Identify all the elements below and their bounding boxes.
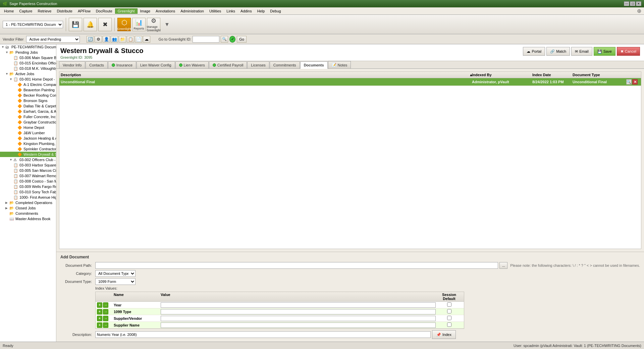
close-button[interactable]: ✕	[636, 1, 641, 6]
filter-icon-btn5[interactable]: 📋	[127, 36, 134, 43]
sidebar-item-graybar[interactable]: 🔶 Graybar Construction	[0, 119, 56, 125]
cancel-button[interactable]: ✖ Cancel	[617, 47, 640, 56]
idx-remove-btn[interactable]: →	[103, 302, 108, 308]
sidebar-item-03005[interactable]: 📋 03-005 San Marcos City Hall	[0, 168, 56, 173]
idx-value-1099type[interactable]	[161, 309, 436, 314]
idx-add-btn[interactable]: +	[97, 316, 102, 321]
filter-icon-btn4[interactable]: 📁	[119, 36, 126, 43]
minimize-button[interactable]: —	[624, 1, 629, 6]
sidebar-item-03001[interactable]: ▼ 📋 03-001 Home Depot - San M	[0, 77, 56, 82]
sidebar-item-03008[interactable]: 📋 03-008 Costco - San Marcos	[0, 179, 56, 184]
sidebar-item-kingston[interactable]: 🔶 Kingston Plumbing, Inc.	[0, 141, 56, 146]
idx-remove-btn[interactable]: →	[103, 322, 108, 328]
sidebar-item-a1electric[interactable]: 🔶 A-1 Electric Company	[0, 82, 56, 87]
sidebar-item-03010[interactable]: 📋 03-010 Sony Tech Fab Lab	[0, 189, 56, 195]
doc-delete-icon[interactable]: ✕	[632, 79, 638, 85]
idx-checkbox-supplier-vendor[interactable]	[447, 316, 451, 320]
menu-distribute[interactable]: Distribute	[54, 8, 75, 14]
docs-row[interactable]: Unconditional Final Administrator, pVaul…	[59, 78, 641, 86]
sidebar-item-03015[interactable]: 📋 03-015 Encinitas Office Park	[0, 60, 56, 66]
menu-greenlight[interactable]: Greenlight	[115, 8, 138, 14]
restore-button[interactable]: ◻	[630, 1, 635, 6]
sidebar-item-bronson[interactable]: 🔶 Bronson Signs	[0, 98, 56, 103]
sidebar-active-jobs[interactable]: ▼ 📂 Active Jobs	[0, 71, 56, 77]
match-button[interactable]: 🔗 Match	[546, 47, 570, 56]
idx-checkbox-supplier-name[interactable]	[447, 322, 451, 327]
goto-input[interactable]	[193, 36, 219, 43]
sidebar-item-becker[interactable]: 🔶 Becker Roofing Compan	[0, 93, 56, 98]
sidebar-master-address[interactable]: 📖 Master Address Book	[0, 216, 56, 221]
menu-debug[interactable]: Debug	[267, 8, 283, 14]
tab-commitments[interactable]: Commitments	[270, 61, 300, 68]
sidebar-item-sprinkler[interactable]: 🔶 Sprinkler Contractors	[0, 146, 56, 152]
sidebar-item-03002[interactable]: ▼ ⚠ 03-002 Officers Club - Camp	[0, 157, 56, 162]
tab-certified-payroll[interactable]: Certified Payroll	[209, 61, 247, 68]
menu-capture[interactable]: Capture	[16, 8, 35, 14]
email-button[interactable]: ✉ Email	[571, 47, 592, 56]
idx-checkbox-1099type[interactable]	[447, 309, 451, 313]
sidebar-item-03006[interactable]: 📋 03-006 Main Square Buildin	[0, 55, 56, 60]
description-input[interactable]	[95, 331, 431, 338]
idx-add-btn[interactable]: +	[97, 309, 102, 314]
reports-toolbar-button[interactable]: 📊 Reports	[132, 18, 146, 31]
category-select[interactable]: All Document Types Certified Payroll Ins…	[95, 270, 136, 277]
tab-contacts[interactable]: Contacts	[86, 61, 107, 68]
menu-links[interactable]: Links	[224, 8, 238, 14]
menu-utilities[interactable]: Utilities	[207, 8, 224, 14]
sidebar-item-western[interactable]: 🔶 Western Drywall & Stuc	[0, 152, 56, 157]
filter-icon-btn6[interactable]: 📄	[135, 36, 142, 43]
sidebar-item-jwlumber[interactable]: 🔶 J&W Lumber	[0, 130, 56, 136]
filter-icon-btn3[interactable]: 👥	[111, 36, 118, 43]
idx-value-supplier-vendor[interactable]	[161, 316, 436, 321]
idx-value-year[interactable]	[161, 302, 436, 308]
sidebar-item-1000[interactable]: 📋 1000- First Avenue High Sc	[0, 195, 56, 200]
sidebar-item-dallas[interactable]: 🔶 Dallas Tile & Carpet	[0, 103, 56, 109]
portal-button[interactable]: ☁ Portal	[523, 47, 545, 56]
sidebar-item-homedepot[interactable]: 🔶 Home Depot	[0, 125, 56, 130]
doc-view-icon[interactable]: 🔍	[626, 79, 632, 85]
sidebar-top-item[interactable]: ▼ 🗂 PE-TECHWRITING Documents	[0, 44, 56, 50]
document-dropdown[interactable]: 1 - PE-TECHWRITING Documer...	[3, 21, 63, 28]
greenlight-toolbar-button[interactable]: ⬡ Greenlight	[117, 18, 131, 31]
tab-licenses[interactable]: Licenses	[247, 61, 269, 68]
sidebar-item-03003[interactable]: 📋 03-003 Harbor Square Athle	[0, 162, 56, 168]
index-button[interactable]: 📌 Index	[432, 330, 456, 339]
tab-insurance[interactable]: Insurance	[108, 61, 136, 68]
menu-home[interactable]: Home	[1, 8, 16, 14]
idx-add-btn[interactable]: +	[97, 322, 102, 328]
sidebar-item-jackson[interactable]: 🔶 Jackson Heating & A/C	[0, 136, 56, 141]
filter-icon-btn1[interactable]: ⚙	[95, 36, 102, 43]
idx-checkbox-year[interactable]	[447, 302, 451, 307]
save-button[interactable]: 💾 Save	[594, 47, 615, 56]
tab-documents[interactable]: Documents	[300, 61, 328, 69]
menu-help[interactable]: Help	[255, 8, 268, 14]
go-button[interactable]: Go	[237, 36, 247, 43]
sidebar-completed-ops[interactable]: ▶ 📂 Completed Operations	[0, 200, 56, 205]
sidebar-item-fuller[interactable]: 🔶 Fuller Concrete, Inc.	[0, 114, 56, 119]
idx-remove-btn[interactable]: →	[103, 316, 108, 321]
menu-annotations[interactable]: Annotations	[153, 8, 178, 14]
save-toolbar-button[interactable]: 💾	[69, 18, 82, 31]
browse-button[interactable]: ...	[499, 262, 507, 269]
tab-lien-waivers[interactable]: Lien Waivers	[175, 61, 209, 68]
menu-administration[interactable]: Administration	[178, 8, 207, 14]
sidebar-item-03018[interactable]: 📋 03-018 M.K. Villoughby Hos	[0, 66, 56, 71]
sidebar-item-03007[interactable]: 📋 03-007 Walmart Remodel -	[0, 173, 56, 179]
document-type-select[interactable]: 1099 Form W-9 Certificate	[95, 278, 136, 285]
sidebar-item-beaverton[interactable]: 🔶 Beaverton Painting	[0, 87, 56, 93]
menu-addins[interactable]: Addins	[238, 8, 255, 14]
menu-docroute[interactable]: DocRoute	[93, 8, 115, 14]
notify-toolbar-button[interactable]: 🔔	[84, 18, 97, 31]
sidebar-commitments[interactable]: 📂 Commitments	[0, 211, 56, 216]
sidebar-item-03009[interactable]: 📋 03-009 Wells Fargo Remod	[0, 184, 56, 189]
idx-remove-btn[interactable]: →	[103, 309, 108, 314]
menu-apflow[interactable]: APFlow	[75, 8, 93, 14]
goto-search-icon-btn[interactable]: 🔍	[221, 36, 228, 43]
manage-greenlight-button[interactable]: ⚙ Manage Greenlight	[147, 18, 160, 31]
refresh-icon-btn[interactable]: 🔄	[87, 36, 94, 43]
vendor-filter-dropdown[interactable]: Active and Pending	[26, 36, 80, 43]
menu-image[interactable]: Image	[138, 8, 153, 14]
tab-lien-waiver-config[interactable]: Lien Waiver Config	[137, 61, 175, 68]
sidebar-item-earhart[interactable]: 🔶 Earhart, Garcia, & Associ	[0, 109, 56, 114]
document-path-input[interactable]	[95, 262, 498, 269]
